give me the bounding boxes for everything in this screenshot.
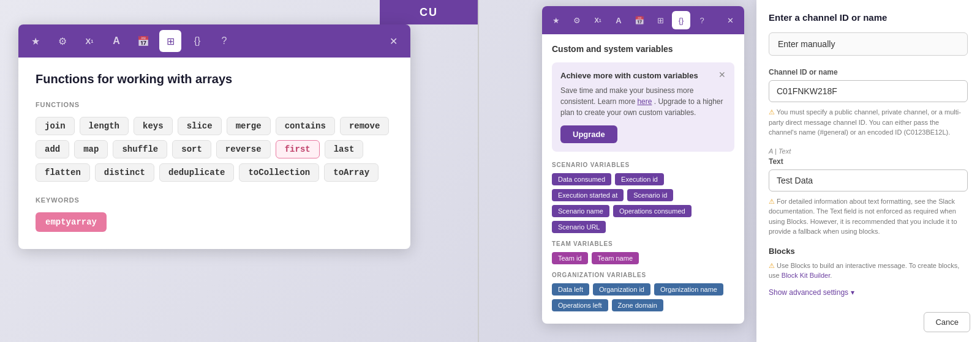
show-advanced-settings[interactable]: Show advanced settings ▾ bbox=[769, 288, 968, 297]
bg-header-cu: CU bbox=[380, 0, 478, 24]
var-scenario-url[interactable]: Scenario URL bbox=[552, 221, 606, 233]
func-sort[interactable]: sort bbox=[172, 140, 211, 158]
close-icon-left[interactable]: ✕ bbox=[382, 30, 404, 52]
text-a-icon-right[interactable]: A bbox=[609, 11, 628, 29]
upgrade-card-text: Save time and make your business more co… bbox=[560, 85, 726, 118]
enter-manually-button[interactable]: Enter manually bbox=[769, 32, 968, 56]
team-vars-tags: Team id Team name bbox=[552, 252, 734, 264]
channel-helper-text: ⚠ You must specify a public channel, pri… bbox=[769, 107, 968, 138]
func-remove[interactable]: remove bbox=[340, 117, 389, 135]
question-icon-right[interactable]: ? bbox=[693, 11, 711, 29]
channel-panel: Enter a channel ID or name Enter manuall… bbox=[756, 0, 980, 342]
right-panel-variables: ★ ⚙ X1 A 📅 ⊞ {} ? ✕ Custom and system va… bbox=[542, 6, 744, 324]
var-execution-id[interactable]: Execution id bbox=[615, 173, 664, 185]
func-length[interactable]: length bbox=[80, 117, 129, 135]
upgrade-card-close[interactable]: ✕ bbox=[716, 69, 728, 81]
superscript-icon[interactable]: X1 bbox=[78, 30, 100, 52]
func-keys[interactable]: keys bbox=[134, 117, 173, 135]
blocks-icon: ⚠ bbox=[769, 262, 775, 269]
text-a-icon[interactable]: A bbox=[105, 30, 127, 52]
channel-panel-title: Enter a channel ID or name bbox=[769, 12, 968, 23]
org-vars-label: ORGANIZATION VARIABLES bbox=[552, 272, 734, 278]
upgrade-button[interactable]: Upgrade bbox=[560, 125, 617, 143]
func-shuffle[interactable]: shuffle bbox=[113, 140, 167, 158]
func-last[interactable]: last bbox=[325, 140, 364, 158]
var-org-name[interactable]: Organization name bbox=[654, 283, 723, 296]
table-icon-right[interactable]: ⊞ bbox=[651, 11, 669, 29]
keywords-section-label: KEYWORDS bbox=[36, 196, 393, 204]
channel-id-input[interactable] bbox=[769, 80, 968, 102]
func-add[interactable]: add bbox=[36, 140, 69, 158]
text-field-label: Text bbox=[769, 157, 968, 166]
keywords-tags: emptyarray bbox=[36, 212, 393, 232]
text-field-type: A | Text bbox=[769, 147, 968, 155]
scenario-vars-tags: Data consumed Execution id Execution sta… bbox=[552, 173, 734, 233]
table-icon[interactable]: ⊞ bbox=[159, 30, 181, 52]
var-scenario-id[interactable]: Scenario id bbox=[627, 189, 673, 201]
left-panel-arrays: ★ ⚙ X1 A 📅 ⊞ {} ? ✕ Functions for workin… bbox=[18, 24, 410, 249]
func-toCollection[interactable]: toCollection bbox=[239, 163, 319, 182]
channel-field-label: Channel ID or name bbox=[769, 68, 968, 76]
upgrade-card: ✕ Achieve more with custom variables Sav… bbox=[552, 62, 734, 152]
team-vars-label: TEAM VARIABLES bbox=[552, 240, 734, 247]
gear-icon-right[interactable]: ⚙ bbox=[568, 11, 586, 29]
left-toolbar: ★ ⚙ X1 A 📅 ⊞ {} ? ✕ bbox=[18, 24, 410, 58]
functions-grid: join length keys slice merge contains re… bbox=[36, 117, 393, 182]
func-first[interactable]: first bbox=[276, 140, 320, 158]
calendar-icon-right[interactable]: 📅 bbox=[630, 11, 649, 29]
blocks-label: Blocks bbox=[769, 247, 968, 256]
block-kit-builder-link[interactable]: Block Kit Builder bbox=[782, 272, 830, 279]
var-team-name[interactable]: Team name bbox=[592, 252, 639, 264]
func-flatten[interactable]: flatten bbox=[36, 163, 90, 182]
func-deduplicate[interactable]: deduplicate bbox=[159, 163, 234, 182]
text-input-field[interactable] bbox=[769, 169, 968, 191]
func-map[interactable]: map bbox=[74, 140, 108, 158]
vertical-divider bbox=[478, 0, 479, 342]
upgrade-here-link[interactable]: here bbox=[637, 97, 652, 106]
left-panel-content: Functions for working with arrays FUNCTI… bbox=[18, 58, 410, 249]
scenario-vars-label: SCENARIO VARIABLES bbox=[552, 162, 734, 168]
var-data-left[interactable]: Data left bbox=[552, 283, 589, 296]
braces-icon[interactable]: {} bbox=[186, 30, 208, 52]
chevron-down-icon: ▾ bbox=[851, 288, 854, 297]
panel-title: Functions for working with arrays bbox=[36, 72, 393, 86]
info-icon: ⚠ bbox=[769, 198, 775, 205]
close-icon-right[interactable]: ✕ bbox=[721, 11, 739, 29]
question-icon[interactable]: ? bbox=[213, 30, 235, 52]
func-merge[interactable]: merge bbox=[227, 117, 271, 135]
warning-icon: ⚠ bbox=[769, 108, 775, 116]
superscript-icon-right[interactable]: X1 bbox=[589, 11, 607, 29]
right-panel-content: Custom and system variables ✕ Achieve mo… bbox=[542, 34, 744, 324]
cancel-button[interactable]: Cance bbox=[924, 312, 970, 332]
blocks-helper-text: ⚠ Use Blocks to build an interactive mes… bbox=[769, 261, 968, 281]
org-vars-tags: Data left Organization id Organization n… bbox=[552, 283, 734, 311]
gear-icon[interactable]: ⚙ bbox=[51, 30, 74, 52]
braces-icon-right[interactable]: {} bbox=[672, 11, 690, 29]
var-org-id[interactable]: Organization id bbox=[593, 283, 650, 296]
func-contains[interactable]: contains bbox=[276, 117, 335, 135]
func-reverse[interactable]: reverse bbox=[216, 140, 271, 158]
var-team-id[interactable]: Team id bbox=[552, 252, 588, 264]
func-toArray[interactable]: toArray bbox=[324, 163, 379, 182]
func-slice[interactable]: slice bbox=[178, 117, 222, 135]
var-data-consumed[interactable]: Data consumed bbox=[552, 173, 611, 185]
star-icon-right[interactable]: ★ bbox=[547, 11, 565, 29]
functions-section-label: FUNCTIONS bbox=[36, 101, 393, 108]
var-execution-started-at[interactable]: Execution started at bbox=[552, 189, 624, 201]
keyword-emptyarray[interactable]: emptyarray bbox=[36, 212, 107, 232]
calendar-icon[interactable]: 📅 bbox=[132, 30, 154, 52]
var-scenario-name[interactable]: Scenario name bbox=[552, 205, 609, 217]
var-operations-consumed[interactable]: Operations consumed bbox=[613, 205, 692, 217]
var-ops-left[interactable]: Operations left bbox=[552, 299, 608, 311]
star-icon[interactable]: ★ bbox=[24, 30, 47, 52]
variables-panel-title: Custom and system variables bbox=[552, 44, 734, 54]
text-helper-text: ⚠ For detailed information about text fo… bbox=[769, 196, 968, 237]
right-toolbar: ★ ⚙ X1 A 📅 ⊞ {} ? ✕ bbox=[542, 6, 744, 34]
upgrade-card-title: Achieve more with custom variables bbox=[560, 71, 726, 80]
cancel-btn-area: Cance bbox=[924, 312, 970, 332]
var-zone-domain[interactable]: Zone domain bbox=[612, 299, 663, 311]
func-join[interactable]: join bbox=[36, 117, 75, 135]
func-distinct[interactable]: distinct bbox=[95, 163, 154, 182]
